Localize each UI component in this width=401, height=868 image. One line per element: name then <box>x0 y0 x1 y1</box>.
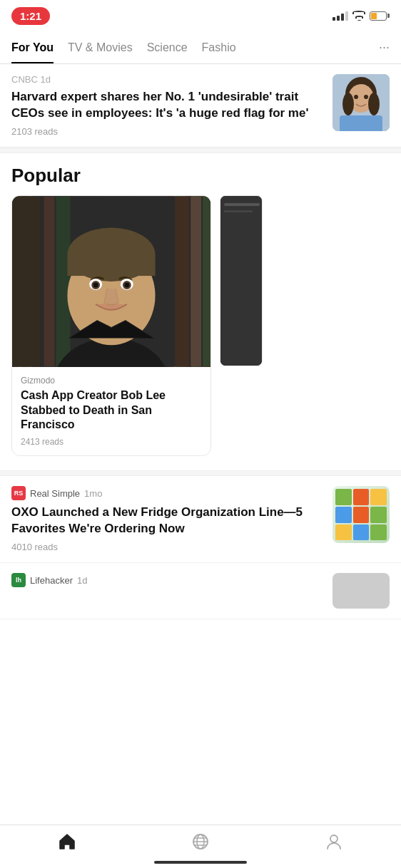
article-text-real-simple: RS Real Simple 1mo OXO Launched a New Fr… <box>11 486 324 552</box>
status-time: 1:21 <box>11 7 50 25</box>
article-source-row-lifehacker: lh Lifehacker 1d <box>11 573 324 587</box>
fridge-cell-9 <box>370 525 387 541</box>
wifi-arc-middle <box>355 16 363 19</box>
tab-science[interactable]: Science <box>147 33 188 63</box>
popular-card-2-preview[interactable] <box>220 195 263 366</box>
article-item-cnbc[interactable]: CNBC 1d Harvard expert shares her No. 1 … <box>0 64 401 148</box>
fridge-cell-4 <box>335 507 352 523</box>
lifehacker-source-name: Lifehacker <box>30 575 73 586</box>
real-simple-logo: RS <box>11 486 26 500</box>
lifehacker-logo: lh <box>11 573 26 587</box>
svg-point-5 <box>368 93 380 115</box>
bottom-spacer <box>0 619 401 691</box>
thumbnail-person-image <box>333 74 390 131</box>
popular-scroll-area: Gizmodo Cash App Creator Bob Lee Stabbed… <box>0 195 401 467</box>
svg-rect-13 <box>191 197 201 366</box>
article-reads-cnbc: 2103 reads <box>11 126 324 137</box>
popular-card-source-1: Gizmodo <box>21 376 202 386</box>
signal-bar-3 <box>341 14 344 21</box>
article-title-real-simple: OXO Launched a New Fridge Organization L… <box>11 505 324 537</box>
real-simple-source-name: Real Simple <box>30 488 80 499</box>
fridge-cell-6 <box>370 507 387 523</box>
fridge-cell-1 <box>335 489 352 505</box>
article-thumbnail-cnbc <box>333 74 390 131</box>
article-text-cnbc: CNBC 1d Harvard expert shares her No. 1 … <box>11 74 324 137</box>
person-silhouette-1 <box>12 196 210 367</box>
bottom-tab-person[interactable] <box>268 832 401 851</box>
home-indicator <box>154 861 247 864</box>
svg-point-24 <box>93 282 98 287</box>
svg-point-6 <box>354 95 358 99</box>
svg-rect-10 <box>44 197 55 366</box>
svg-point-25 <box>124 282 129 287</box>
signal-bar-4 <box>345 11 348 21</box>
article-source-row-real-simple: RS Real Simple 1mo <box>11 486 324 500</box>
svg-rect-9 <box>12 197 41 366</box>
article-title-cnbc: Harvard expert shares her No. 1 'undesir… <box>11 89 324 122</box>
card-person-svg <box>12 196 210 367</box>
svg-rect-14 <box>203 197 210 366</box>
svg-rect-11 <box>56 197 71 366</box>
battery-icon <box>370 11 390 21</box>
globe-icon <box>191 832 210 851</box>
fridge-cell-3 <box>370 489 387 505</box>
content-area: CNBC 1d Harvard expert shares her No. 1 … <box>0 64 401 691</box>
section-separator-2 <box>0 470 401 476</box>
nav-more-button[interactable]: ··· <box>379 40 390 55</box>
globe-icon-svg <box>191 832 210 851</box>
article-source-row-cnbc: CNBC 1d <box>11 74 324 85</box>
fridge-cell-7 <box>335 525 352 541</box>
status-icons <box>333 11 390 21</box>
popular-cards-list: Gizmodo Cash App Creator Bob Lee Stabbed… <box>0 195 401 456</box>
status-bar: 1:21 <box>0 0 401 31</box>
signal-bar-2 <box>337 16 340 21</box>
tab-for-you[interactable]: For You <box>11 33 54 63</box>
popular-card-reads-1: 2413 reads <box>21 437 202 447</box>
popular-card-title-1: Cash App Creator Bob Lee Stabbed to Deat… <box>21 388 202 433</box>
person-icon-svg <box>325 832 343 851</box>
svg-rect-27 <box>224 203 260 206</box>
popular-card-body-1: Gizmodo Cash App Creator Bob Lee Stabbed… <box>12 367 210 455</box>
svg-point-7 <box>364 95 368 99</box>
fridge-cell-5 <box>353 507 370 523</box>
partial-source-label: CNBC 1d <box>11 74 51 85</box>
tab-tv-movies[interactable]: TV & Movies <box>68 33 133 63</box>
signal-bar-1 <box>333 17 335 21</box>
article-item-real-simple[interactable]: RS Real Simple 1mo OXO Launched a New Fr… <box>0 476 401 563</box>
section-separator-1 <box>0 148 401 153</box>
signal-icon <box>333 11 348 21</box>
fridge-image <box>333 486 390 543</box>
popular-card-1[interactable]: Gizmodo Cash App Creator Bob Lee Stabbed… <box>11 195 211 456</box>
lifehacker-time: 1d <box>77 575 87 586</box>
svg-rect-12 <box>175 197 189 366</box>
svg-rect-19 <box>67 254 155 276</box>
preview-card-svg <box>220 196 263 366</box>
popular-section-title: Popular <box>0 153 401 195</box>
bottom-tab-home[interactable] <box>0 832 133 851</box>
article-thumbnail-lifehacker <box>333 573 390 609</box>
person-thumbnail-svg <box>333 74 390 131</box>
svg-point-34 <box>330 835 337 842</box>
tab-fashion[interactable]: Fashio <box>202 33 236 63</box>
real-simple-time: 1mo <box>84 488 102 499</box>
battery-tip <box>387 14 390 18</box>
preview-card-image <box>220 196 262 366</box>
svg-rect-3 <box>340 115 382 131</box>
battery-fill <box>371 13 377 19</box>
fridge-cell-2 <box>353 489 370 505</box>
svg-rect-28 <box>224 210 253 212</box>
person-icon <box>325 832 343 851</box>
fridge-cell-8 <box>353 525 370 541</box>
popular-card-image-1 <box>12 196 210 367</box>
battery-body <box>370 11 387 21</box>
article-thumbnail-real-simple <box>333 486 390 543</box>
home-icon <box>58 832 76 851</box>
home-icon-svg <box>58 832 76 851</box>
wifi-dot <box>357 20 361 21</box>
svg-point-4 <box>342 93 354 115</box>
wifi-icon <box>352 11 365 21</box>
article-item-lifehacker[interactable]: lh Lifehacker 1d <box>0 563 401 619</box>
article-reads-real-simple: 4010 reads <box>11 542 324 552</box>
svg-rect-26 <box>220 196 263 366</box>
bottom-tab-globe[interactable] <box>133 832 267 851</box>
